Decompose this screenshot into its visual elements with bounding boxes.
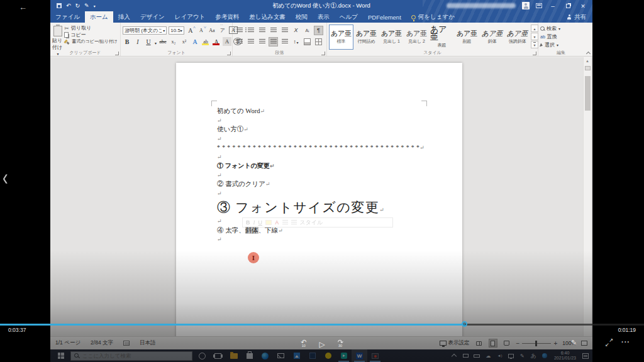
- onedrive-cloud-icon[interactable]: [484, 351, 493, 361]
- font-dialog-launcher-icon[interactable]: [227, 52, 231, 55]
- video-editor-button[interactable]: [336, 349, 352, 362]
- hidden-icons-button[interactable]: [450, 351, 459, 361]
- style-heading1[interactable]: あア亜 見出し 1: [379, 25, 404, 50]
- back-arrow-icon[interactable]: [19, 3, 27, 12]
- clipboard-dialog-launcher-icon[interactable]: [115, 52, 119, 55]
- taskbar-search-input[interactable]: [82, 353, 189, 359]
- font-name-combo[interactable]: 游明朝 (本文のこ: [123, 26, 167, 35]
- tab-layout[interactable]: レイアウト: [170, 11, 211, 23]
- decrease-indent-button[interactable]: [269, 26, 278, 35]
- styles-scroll-down-icon[interactable]: [531, 33, 538, 40]
- mini-list-icon[interactable]: [291, 220, 297, 225]
- tray-color-dot-icon[interactable]: [540, 351, 550, 361]
- style-italic[interactable]: あア亜 斜体: [480, 25, 504, 50]
- screen-recorder-button[interactable]: [367, 349, 383, 362]
- align-left-button[interactable]: [235, 37, 244, 47]
- tab-review[interactable]: 校閲: [291, 11, 313, 23]
- superscript-button[interactable]: x²: [180, 37, 189, 46]
- highlight-button[interactable]: ab: [201, 37, 210, 46]
- tab-insert[interactable]: 挿入: [113, 11, 135, 23]
- underline-button[interactable]: U: [144, 37, 153, 46]
- minimize-button[interactable]: [548, 3, 557, 9]
- volume-icon[interactable]: [495, 351, 504, 361]
- video-timeline[interactable]: [0, 324, 644, 326]
- mail-button[interactable]: [273, 349, 289, 362]
- multilevel-list-button[interactable]: [257, 26, 267, 35]
- document-page[interactable]: 初めての Word↵ ↵ 使い方①↵ ↵ * * * * * * * * * *…: [176, 63, 462, 336]
- mini-italic[interactable]: I: [253, 219, 255, 226]
- fullscreen-button[interactable]: [605, 339, 613, 346]
- app-yellow-button[interactable]: [320, 349, 336, 362]
- font-color-button[interactable]: A: [212, 37, 221, 46]
- paragraph-dialog-launcher-icon[interactable]: [321, 52, 325, 55]
- styles-dialog-launcher-icon[interactable]: [533, 52, 536, 55]
- mini-font-color-icon[interactable]: A: [275, 219, 279, 226]
- taskbar-clock[interactable]: 6:40 2021/01/23: [552, 351, 579, 361]
- increase-indent-button[interactable]: [280, 26, 289, 35]
- mini-underline[interactable]: U: [258, 219, 263, 226]
- cortana-button[interactable]: [194, 349, 210, 362]
- tab-mailings[interactable]: 差し込み文書: [244, 11, 290, 23]
- style-emphasis-italic[interactable]: あア亜 強調斜体: [505, 25, 530, 50]
- restore-button[interactable]: [566, 4, 570, 8]
- line-spacing-button[interactable]: [291, 37, 301, 47]
- asian-layout-button[interactable]: [291, 26, 301, 35]
- more-options-icon[interactable]: [621, 338, 630, 346]
- share-button[interactable]: 共有: [560, 11, 592, 23]
- grow-font-button[interactable]: A: [186, 26, 195, 35]
- photos-button[interactable]: [289, 349, 304, 362]
- qat-customize-icon[interactable]: [94, 3, 96, 9]
- copy-button[interactable]: コピー: [64, 31, 118, 38]
- strikethrough-button[interactable]: abc: [158, 37, 167, 46]
- sort-button[interactable]: [303, 26, 312, 35]
- undo-icon[interactable]: [66, 3, 71, 9]
- tell-me-box[interactable]: 何をしますか: [406, 11, 460, 23]
- borders-button[interactable]: [314, 37, 323, 47]
- account-avatar[interactable]: [522, 2, 530, 9]
- style-no-spacing[interactable]: あア亜 行間詰め: [354, 25, 379, 50]
- document-area[interactable]: 初めての Word↵ ↵ 使い方①↵ ↵ * * * * * * * * * *…: [50, 57, 592, 336]
- pen-icon[interactable]: [84, 3, 89, 9]
- onenote-button[interactable]: [304, 349, 320, 362]
- cut-button[interactable]: 切り取り: [64, 25, 118, 31]
- mini-styles[interactable]: スタイル: [300, 219, 323, 227]
- distribute-button[interactable]: [280, 37, 289, 47]
- font-size-combo[interactable]: 10.5: [169, 26, 184, 35]
- collapse-ribbon-icon[interactable]: [586, 50, 591, 55]
- align-right-button[interactable]: [257, 37, 267, 47]
- mini-bold[interactable]: B: [246, 219, 250, 226]
- character-shading-button[interactable]: A: [223, 37, 231, 46]
- show-formatting-marks-button[interactable]: [314, 26, 323, 35]
- subscript-button[interactable]: x₂: [169, 37, 178, 46]
- style-normal[interactable]: あア亜 標準: [329, 25, 353, 50]
- numbering-button[interactable]: [246, 26, 255, 35]
- shrink-font-button[interactable]: A: [197, 26, 206, 35]
- mini-list-icon[interactable]: [282, 220, 288, 225]
- play-button[interactable]: [319, 338, 325, 349]
- justify-button[interactable]: [269, 37, 278, 47]
- tray-device-icon[interactable]: [461, 351, 470, 361]
- tab-pdfelement[interactable]: PDFelement: [363, 11, 406, 23]
- edge-button[interactable]: [257, 349, 273, 362]
- styles-gallery-expand-icon[interactable]: [531, 41, 538, 48]
- task-view-button[interactable]: [210, 349, 226, 362]
- tab-home[interactable]: ホーム: [85, 11, 113, 23]
- select-button[interactable]: 選択: [540, 41, 582, 49]
- scrollbar-thumb[interactable]: [585, 76, 591, 111]
- underline-caret-icon[interactable]: [155, 36, 157, 47]
- style-subtitle[interactable]: あア亜 副題: [455, 25, 479, 50]
- ime-indicator[interactable]: あ: [529, 351, 538, 361]
- tab-file[interactable]: ファイル: [50, 11, 85, 23]
- bullets-button[interactable]: [235, 26, 244, 35]
- text-effects-button[interactable]: A: [191, 37, 199, 46]
- tab-design[interactable]: デザイン: [135, 11, 170, 23]
- ribbon-display-options-icon[interactable]: [536, 3, 542, 8]
- taskbar-search-box[interactable]: [70, 351, 192, 361]
- find-button[interactable]: 検索: [540, 25, 582, 33]
- scroll-up-icon[interactable]: [584, 57, 591, 65]
- format-painter-button[interactable]: 書式のコピー/貼り付け: [64, 38, 118, 45]
- document-scrollbar[interactable]: [583, 57, 591, 336]
- align-center-button[interactable]: [246, 37, 255, 47]
- forward-30-button[interactable]: 30: [336, 339, 345, 348]
- word-taskbar-button[interactable]: W: [352, 349, 367, 362]
